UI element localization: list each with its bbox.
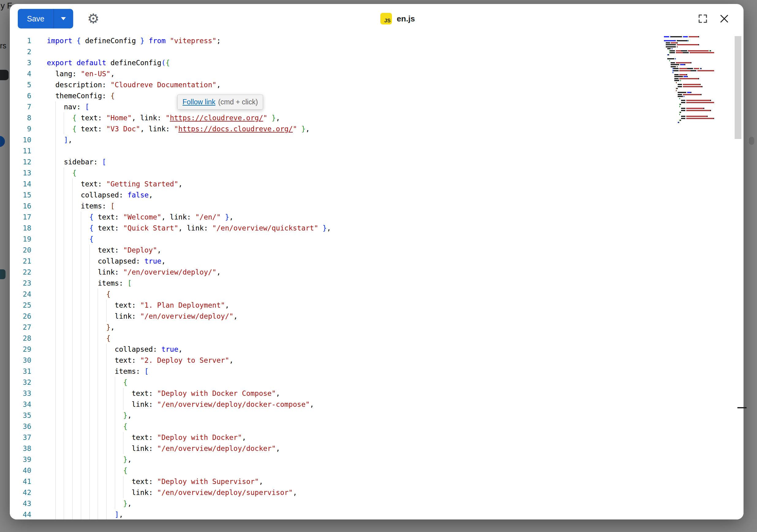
line-number[interactable]: 7 <box>10 101 31 112</box>
line-number[interactable]: 6 <box>10 90 31 101</box>
line-number[interactable]: 27 <box>10 322 31 333</box>
line-number[interactable]: 24 <box>10 289 31 300</box>
code-line[interactable]: 13{ <box>10 167 743 178</box>
save-dropdown-button[interactable] <box>54 9 73 28</box>
code-line[interactable]: 41text: "Deploy with Supervisor", <box>10 476 743 487</box>
line-number[interactable]: 31 <box>10 366 31 377</box>
line-number[interactable]: 9 <box>10 123 31 134</box>
line-number[interactable]: 10 <box>10 134 31 145</box>
code-line[interactable]: 16items: [ <box>10 200 743 212</box>
line-number[interactable]: 12 <box>10 157 31 167</box>
follow-link-action[interactable]: Follow link <box>183 98 215 106</box>
code-line[interactable]: 9{ text: "V3 Doc", link: "https://docs.c… <box>10 123 743 134</box>
line-number[interactable]: 16 <box>10 200 31 212</box>
line-number[interactable]: 18 <box>10 222 31 234</box>
save-button[interactable]: Save <box>18 9 54 28</box>
line-number[interactable]: 19 <box>10 234 31 245</box>
code-line[interactable]: 36{ <box>10 421 743 432</box>
code-line[interactable]: 20text: "Deploy", <box>10 245 743 255</box>
line-number[interactable]: 8 <box>10 112 31 123</box>
line-number[interactable]: 5 <box>10 79 31 90</box>
line-number[interactable]: 38 <box>10 443 31 454</box>
line-number[interactable]: 34 <box>10 399 31 410</box>
code-line[interactable]: 37text: "Deploy with Docker", <box>10 432 743 443</box>
code-line[interactable]: 28{ <box>10 333 743 344</box>
code-line[interactable]: 1import { defineConfig } from "vitepress… <box>10 35 743 46</box>
code-line[interactable]: 32{ <box>10 377 743 388</box>
code-line[interactable]: 29collapsed: true, <box>10 344 743 355</box>
line-number[interactable]: 40 <box>10 465 31 476</box>
code-line[interactable]: 2 <box>10 46 743 57</box>
code-line[interactable]: 18{ text: "Quick Start", link: "/en/over… <box>10 222 743 234</box>
line-number[interactable]: 41 <box>10 476 31 487</box>
line-number[interactable]: 11 <box>10 145 31 157</box>
line-number[interactable]: 43 <box>10 498 31 509</box>
line-number[interactable]: 36 <box>10 421 31 432</box>
code-line[interactable]: 4lang: "en-US", <box>10 68 743 79</box>
minimap[interactable] <box>664 36 714 123</box>
line-number[interactable]: 14 <box>10 178 31 190</box>
line-number[interactable]: 26 <box>10 311 31 322</box>
code-line[interactable]: 31items: [ <box>10 366 743 377</box>
code-line[interactable]: 19{ <box>10 234 743 245</box>
close-button[interactable] <box>717 12 731 26</box>
code-line[interactable]: 21collapsed: true, <box>10 255 743 267</box>
line-number[interactable]: 44 <box>10 509 31 519</box>
code-line[interactable]: 7nav: [ <box>10 101 743 112</box>
line-number[interactable]: 23 <box>10 278 31 289</box>
code-line[interactable]: 26link: "/en/overview/deploy/", <box>10 311 743 322</box>
code-line[interactable]: 17{ text: "Welcome", link: "/en/" }, <box>10 212 743 222</box>
code-line[interactable]: 34link: "/en/overview/deploy/docker-comp… <box>10 399 743 410</box>
line-number[interactable]: 15 <box>10 190 31 200</box>
code-line[interactable]: 14text: "Getting Started", <box>10 178 743 190</box>
code-line[interactable]: 23items: [ <box>10 278 743 289</box>
code-line[interactable]: 11 <box>10 145 743 157</box>
line-number[interactable]: 22 <box>10 267 31 278</box>
code-line[interactable]: 39}, <box>10 454 743 465</box>
code-line[interactable]: 27}, <box>10 322 743 333</box>
line-number[interactable]: 13 <box>10 167 31 178</box>
url-link[interactable]: https://docs.cloudreve.org/ <box>178 125 293 133</box>
url-link[interactable]: https://cloudreve.org/ <box>170 114 263 122</box>
code-token: text: <box>115 356 140 364</box>
line-number[interactable]: 42 <box>10 487 31 498</box>
code-line[interactable]: 24{ <box>10 289 743 300</box>
code-line[interactable]: 22link: "/en/overview/deploy/", <box>10 267 743 278</box>
code-line[interactable]: 5description: "Cloudreve Documentation", <box>10 79 743 90</box>
line-number[interactable]: 21 <box>10 255 31 267</box>
code-line[interactable]: 42link: "/en/overview/deploy/supervisor"… <box>10 487 743 498</box>
vertical-scrollbar-thumb[interactable] <box>735 36 742 139</box>
line-number[interactable]: 2 <box>10 46 31 57</box>
code-line[interactable]: 25text: "1. Plan Deployment", <box>10 300 743 311</box>
code-line[interactable]: 43}, <box>10 498 743 509</box>
code-line[interactable]: 33text: "Deploy with Docker Compose", <box>10 388 743 399</box>
code-line[interactable]: 15collapsed: false, <box>10 190 743 200</box>
line-number[interactable]: 3 <box>10 57 31 68</box>
line-number[interactable]: 39 <box>10 454 31 465</box>
code-line[interactable]: 8{ text: "Home", link: "https://cloudrev… <box>10 112 743 123</box>
line-number[interactable]: 29 <box>10 344 31 355</box>
fullscreen-button[interactable] <box>696 12 710 26</box>
line-number[interactable]: 35 <box>10 410 31 421</box>
settings-gear-icon[interactable]: ⚙ <box>87 12 99 25</box>
line-number[interactable]: 37 <box>10 432 31 443</box>
code-line[interactable]: 30text: "2. Deploy to Server", <box>10 355 743 366</box>
line-number[interactable]: 20 <box>10 245 31 255</box>
line-number[interactable]: 33 <box>10 388 31 399</box>
code-line[interactable]: 6themeConfig: { <box>10 90 743 101</box>
line-number[interactable]: 4 <box>10 68 31 79</box>
line-number[interactable]: 1 <box>10 35 31 46</box>
code-line[interactable]: 44], <box>10 509 743 519</box>
code-line[interactable]: 35}, <box>10 410 743 421</box>
line-number[interactable]: 30 <box>10 355 31 366</box>
code-line[interactable]: 40{ <box>10 465 743 476</box>
code-editor[interactable]: 1import { defineConfig } from "vitepress… <box>10 33 743 519</box>
line-number[interactable]: 28 <box>10 333 31 344</box>
line-number[interactable]: 32 <box>10 377 31 388</box>
code-line[interactable]: 38link: "/en/overview/deploy/docker", <box>10 443 743 454</box>
code-line[interactable]: 10], <box>10 134 743 145</box>
code-line[interactable]: 3export default defineConfig({ <box>10 57 743 68</box>
line-number[interactable]: 17 <box>10 212 31 222</box>
line-number[interactable]: 25 <box>10 300 31 311</box>
code-line[interactable]: 12sidebar: [ <box>10 157 743 167</box>
